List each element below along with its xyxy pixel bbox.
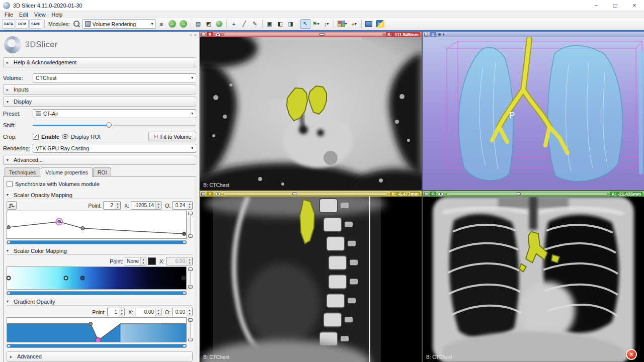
pin-icon[interactable] (424, 192, 428, 196)
gradient-opacity-graph[interactable] (7, 317, 187, 342)
yellow-slice-image-area[interactable]: B: CTChest (200, 197, 422, 362)
color-node-start[interactable] (7, 276, 11, 281)
module-selector[interactable]: Volume Rendering ▾ (83, 19, 156, 29)
menu-edit[interactable]: Edit (16, 12, 31, 18)
volume-selector[interactable]: CTChest ▾ (33, 73, 196, 82)
pin-icon[interactable] (201, 192, 205, 196)
rendering-selector[interactable]: VTK GPU Ray Casting ▾ (33, 144, 196, 153)
visibility-eye-icon[interactable] (215, 192, 221, 196)
visibility-eye-icon[interactable] (438, 192, 444, 196)
range-handle-right[interactable] (183, 241, 186, 244)
gradient-point-spinbox[interactable]: 1▲▼ (107, 308, 125, 316)
color-node-cyan[interactable] (64, 276, 68, 281)
preset-selector[interactable]: CT-Air ▾ (33, 109, 196, 118)
panel-close-icon[interactable]: × (194, 33, 197, 38)
compare-view-button[interactable]: ◧ (275, 19, 285, 29)
menu-view[interactable]: View (31, 12, 49, 18)
module-search-button[interactable] (72, 19, 82, 29)
slider-handle[interactable] (292, 193, 297, 195)
load-data-button[interactable]: DATA (2, 19, 15, 29)
recording-stop-button[interactable]: × (626, 349, 637, 360)
menu-file[interactable]: File (2, 12, 16, 18)
range-handle-right[interactable] (183, 292, 186, 295)
scalar-opacity-graph[interactable] (7, 211, 187, 239)
opacity-x-spinbox[interactable]: -1205.14▲▼ (131, 201, 162, 210)
gradient-o-spinbox[interactable]: 0.00▲▼ (172, 308, 193, 316)
slider-handle[interactable] (319, 33, 325, 36)
green-slice-slider[interactable] (446, 192, 607, 196)
pin-icon[interactable] (201, 33, 205, 37)
range-handle-left[interactable] (7, 241, 11, 244)
python-console-button[interactable]: Py (374, 19, 386, 29)
color-range-slider[interactable] (7, 291, 187, 295)
dicom-button[interactable]: DCM (16, 19, 29, 29)
screenshot-button[interactable]: ▣ (265, 19, 275, 29)
pin-icon[interactable] (424, 33, 428, 37)
layout-selector-button[interactable]: ▾ (336, 19, 349, 29)
compare-view-2-button[interactable]: ◨ (286, 19, 296, 29)
opacity-zoom-slider[interactable] (188, 211, 193, 239)
color-zoom-slider[interactable] (188, 266, 193, 290)
range-handle-right[interactable] (183, 344, 186, 347)
yellow-slice-slider[interactable] (223, 192, 387, 196)
scalar-color-section[interactable]: ▾ Scalar Color Mapping (7, 247, 193, 255)
crosshair-button[interactable]: +▾ (349, 19, 359, 29)
scalar-opacity-section[interactable]: ▾ Scalar Opacity Mapping (7, 191, 193, 199)
menu-help[interactable]: Help (49, 12, 66, 18)
gradient-range-slider[interactable] (7, 344, 187, 348)
tab-volume-properties[interactable]: Volume properties (41, 167, 93, 177)
history-forward-button[interactable]: → (178, 19, 189, 29)
scalar-color-gradient[interactable] (7, 266, 187, 290)
chevron-down-icon[interactable]: ▾ (443, 32, 445, 37)
gradient-opacity-section[interactable]: ▾ Gradient Opacity (7, 298, 193, 306)
scene-views-button[interactable]: ▤ (193, 19, 203, 29)
inputs-section[interactable]: ▸ Inputs (3, 84, 196, 95)
red-slice-slider[interactable] (223, 33, 383, 36)
threed-render-area[interactable]: P (423, 37, 644, 190)
green-slice-image-area[interactable]: B: CTChest (423, 197, 644, 362)
ruler-button[interactable]: ╱ (239, 19, 250, 29)
close-button[interactable]: × (625, 0, 644, 11)
color-node-blue[interactable] (80, 276, 85, 281)
volume-module-button[interactable]: ◩ (204, 19, 214, 29)
center-view-icon[interactable]: ⊕ (438, 32, 441, 37)
shift-slider[interactable] (33, 121, 196, 129)
display-section[interactable]: ▾ Display (3, 97, 196, 107)
color-point-spinbox[interactable]: None▲▼ (125, 257, 146, 265)
color-node-end[interactable] (182, 276, 186, 281)
tab-techniques[interactable]: Techniques (5, 167, 40, 176)
crop-enable-checkbox[interactable]: ✓ (33, 134, 39, 140)
extension-manager-button[interactable] (364, 19, 374, 29)
slider-handle[interactable] (516, 193, 521, 195)
maximize-button[interactable]: □ (606, 0, 625, 11)
advanced-section[interactable]: ▾ Advanced... (3, 155, 196, 165)
range-handle-left[interactable] (7, 292, 11, 295)
fit-to-volume-button[interactable]: ⊡ Fit to Volume (148, 132, 196, 141)
slider-handle[interactable] (106, 122, 112, 128)
roi-eye-icon[interactable] (62, 134, 68, 139)
opacity-o-spinbox[interactable]: 0.24▲▼ (172, 201, 193, 210)
mouse-interaction-button[interactable]: ↖ (300, 19, 310, 29)
minimize-button[interactable]: – (587, 0, 606, 11)
module-history-button[interactable]: ≡ (156, 19, 167, 29)
panel-pin-icon[interactable]: ○ (190, 33, 192, 38)
markups-fiducial-button[interactable]: + (229, 19, 239, 29)
synchronize-checkbox[interactable] (7, 181, 13, 187)
opacity-range-slider[interactable] (7, 240, 187, 244)
display-roi-label[interactable]: Display ROI (71, 134, 101, 140)
histogram-button[interactable] (7, 201, 17, 210)
color-swatch-button[interactable] (148, 257, 156, 265)
place-fiducial-button[interactable]: ⚑▾ (311, 19, 321, 29)
gradient-zoom-slider[interactable] (188, 317, 193, 342)
range-handle-left[interactable] (7, 344, 11, 347)
transform-mode-button[interactable]: ↕▾ (321, 19, 332, 29)
gradient-x-spinbox[interactable]: 0.00▲▼ (135, 308, 162, 316)
annotation-button[interactable]: ✎ (250, 19, 260, 29)
extensions-button[interactable] (214, 19, 224, 29)
history-back-button[interactable]: ← (167, 19, 178, 29)
tab-roi[interactable]: ROI (93, 167, 112, 176)
save-button[interactable]: SAVE (29, 19, 42, 29)
visibility-eye-icon[interactable] (215, 33, 221, 37)
opacity-point-spinbox[interactable]: 2▲▼ (103, 201, 121, 210)
help-acknowledgement-section[interactable]: ▸ Help & Acknowledgement (3, 57, 196, 67)
